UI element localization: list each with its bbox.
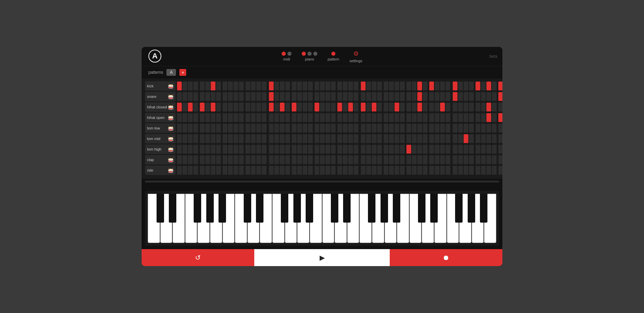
seq-cell[interactable] <box>389 134 394 143</box>
seq-cell[interactable] <box>412 124 417 133</box>
seq-cell[interactable] <box>348 92 353 101</box>
seq-cell[interactable] <box>320 113 325 122</box>
seq-cell[interactable] <box>435 92 439 101</box>
seq-cell[interactable] <box>308 124 313 133</box>
seq-cell[interactable] <box>469 155 474 164</box>
seq-cell[interactable] <box>337 166 342 175</box>
seq-cell[interactable] <box>343 103 348 111</box>
seq-cell[interactable] <box>412 82 417 90</box>
seq-cell[interactable] <box>384 103 388 111</box>
seq-cell[interactable] <box>377 92 382 101</box>
seq-cell[interactable] <box>361 92 366 101</box>
seq-cell[interactable] <box>498 92 502 101</box>
seq-cell[interactable] <box>464 103 468 111</box>
seq-cell[interactable] <box>406 82 411 90</box>
seq-cell[interactable] <box>366 155 371 164</box>
seq-cell[interactable] <box>476 155 480 164</box>
seq-cell[interactable] <box>331 134 336 143</box>
seq-cell[interactable] <box>331 124 336 133</box>
seq-cell[interactable] <box>395 113 399 122</box>
seq-cell[interactable] <box>453 92 457 101</box>
seq-cell[interactable] <box>453 113 457 122</box>
seq-cell[interactable] <box>216 103 221 111</box>
seq-cell[interactable] <box>245 134 250 143</box>
seq-cell[interactable] <box>331 166 336 175</box>
seq-cell[interactable] <box>406 166 411 175</box>
seq-cell[interactable] <box>481 134 486 143</box>
seq-cell[interactable] <box>412 103 417 111</box>
seq-cell[interactable] <box>216 113 221 122</box>
seq-label-5[interactable]: tom mid🥁 <box>145 134 176 143</box>
seq-cell[interactable] <box>453 134 457 143</box>
seq-cell[interactable] <box>188 145 193 154</box>
seq-cell[interactable] <box>280 82 285 90</box>
seq-cell[interactable] <box>251 124 256 133</box>
seq-cell[interactable] <box>395 103 399 111</box>
seq-cell[interactable] <box>354 92 358 101</box>
seq-cell[interactable] <box>331 103 336 111</box>
seq-cell[interactable] <box>205 134 210 143</box>
seq-cell[interactable] <box>417 124 422 133</box>
seq-cell[interactable] <box>384 166 388 175</box>
seq-cell[interactable] <box>406 145 411 154</box>
seq-cell[interactable] <box>280 124 285 133</box>
seq-scrollbar[interactable] <box>145 180 499 183</box>
seq-cell[interactable] <box>412 145 417 154</box>
seq-cell[interactable] <box>269 82 274 90</box>
seq-cell[interactable] <box>303 145 307 154</box>
seq-cell[interactable] <box>481 155 486 164</box>
seq-cell[interactable] <box>182 166 187 175</box>
seq-cell[interactable] <box>492 155 497 164</box>
seq-cell[interactable] <box>417 82 422 90</box>
seq-cell[interactable] <box>469 92 474 101</box>
seq-cell[interactable] <box>372 155 376 164</box>
seq-cell[interactable] <box>239 82 244 90</box>
seq-cell[interactable] <box>492 113 497 122</box>
seq-cell[interactable] <box>337 82 342 90</box>
seq-cell[interactable] <box>492 82 497 90</box>
seq-cell[interactable] <box>245 155 250 164</box>
seq-cell[interactable] <box>384 145 388 154</box>
seq-cell[interactable] <box>337 113 342 122</box>
seq-cell[interactable] <box>200 92 205 101</box>
seq-cell[interactable] <box>223 166 227 175</box>
seq-cell[interactable] <box>182 92 187 101</box>
seq-cell[interactable] <box>223 113 227 122</box>
seq-cell[interactable] <box>211 166 215 175</box>
seq-cell[interactable] <box>308 134 313 143</box>
seq-cell[interactable] <box>234 82 238 90</box>
seq-cell[interactable] <box>285 92 290 101</box>
seq-cell[interactable] <box>440 124 445 133</box>
seq-cell[interactable] <box>440 145 445 154</box>
seq-cell[interactable] <box>308 103 313 111</box>
seq-cell[interactable] <box>453 124 457 133</box>
black-key[interactable] <box>293 194 301 223</box>
seq-cell[interactable] <box>200 134 205 143</box>
seq-cell[interactable] <box>384 155 388 164</box>
seq-cell[interactable] <box>262 124 267 133</box>
seq-cell[interactable] <box>205 103 210 111</box>
black-key[interactable] <box>368 194 375 223</box>
seq-cell[interactable] <box>458 155 463 164</box>
seq-cell[interactable] <box>228 134 233 143</box>
seq-cell[interactable] <box>366 145 371 154</box>
seq-label-4[interactable]: tom low🥁 <box>145 123 176 133</box>
seq-cell[interactable] <box>458 166 463 175</box>
seq-cell[interactable] <box>337 134 342 143</box>
seq-cell[interactable] <box>325 103 330 111</box>
seq-cell[interactable] <box>395 124 399 133</box>
seq-cell[interactable] <box>285 134 290 143</box>
seq-cell[interactable] <box>423 92 428 101</box>
seq-cell[interactable] <box>223 134 227 143</box>
seq-cell[interactable] <box>308 155 313 164</box>
seq-cell[interactable] <box>354 155 358 164</box>
seq-cell[interactable] <box>354 166 358 175</box>
seq-cell[interactable] <box>417 92 422 101</box>
seq-cell[interactable] <box>182 82 187 90</box>
seq-cell[interactable] <box>429 82 434 90</box>
seq-cell[interactable] <box>297 113 302 122</box>
seq-cell[interactable] <box>205 155 210 164</box>
seq-cell[interactable] <box>435 166 439 175</box>
seq-cell[interactable] <box>303 155 307 164</box>
seq-cell[interactable] <box>251 134 256 143</box>
